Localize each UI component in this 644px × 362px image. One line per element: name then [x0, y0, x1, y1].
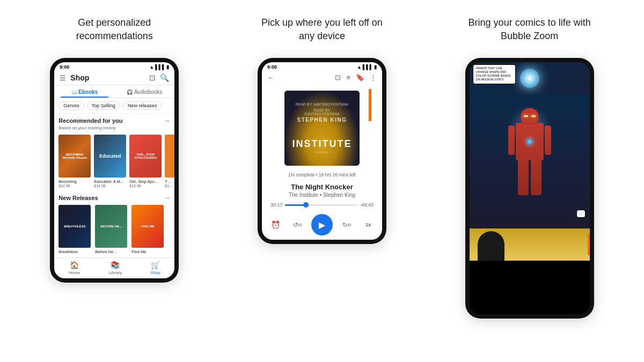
books-row-2: BREATHLESS Breathless BEFORE HE... Befor…: [54, 203, 174, 257]
cast-icon-2[interactable]: ⊡: [335, 73, 341, 82]
forward-30-button[interactable]: ↻30: [339, 217, 354, 232]
chip-genres[interactable]: Genres: [58, 101, 84, 110]
audiobook-cover: READ BY SANTINO FONTANA READ BYSANTINO F…: [284, 91, 360, 166]
section2-title: New Releases: [58, 195, 98, 201]
phone2-screen: 9:00 ▲ ▌▌▌ ▮ ← ⊡ ≡ 🔖 ⋮: [262, 62, 382, 240]
book-4[interactable]: T... $1...: [165, 135, 174, 188]
section1-subtitle: Based on your reading history: [54, 125, 174, 132]
book-breathless[interactable]: BREATHLESS Breathless: [58, 205, 92, 254]
panel1-title: Get personalized recommendations: [76, 16, 153, 45]
phone1-topbar: ☰ Shop ⊡ 🔍: [54, 71, 174, 85]
progress-bar[interactable]: [285, 204, 358, 206]
tab-audiobooks[interactable]: 🎧 Audiobooks: [114, 85, 174, 98]
sleep-timer-button[interactable]: ⏰: [268, 217, 283, 232]
book-name: The Night Knocker: [262, 181, 382, 192]
progress-thumb: [303, 202, 309, 208]
player-controls: ⏰ ↺30 ▶ ↻30 1x: [262, 210, 382, 240]
panel2-title-line1: Pick up where you left off on: [261, 17, 383, 28]
phone1-screen: 9:00 ▲ ▌▌▌ ▮ ☰ Shop ⊡ 🔍: [54, 62, 174, 278]
signal-icon-2: ▌▌▌: [363, 64, 373, 70]
topbar-action-icons: ⊡ 🔍: [149, 73, 169, 82]
book-becoming[interactable]: BECOMING Michelle Obama Becoming $14.99: [58, 135, 91, 188]
play-button[interactable]: ▶: [311, 214, 333, 235]
book-series: The Institute • Stephen King: [262, 192, 382, 202]
arc-reactor: [526, 138, 533, 145]
nav-home[interactable]: 🏠 Home: [69, 261, 80, 275]
bottom-nav-1: 🏠 Home 📚 Library 🛒 Shop: [54, 257, 174, 278]
chip-newreleases[interactable]: New releases: [123, 101, 162, 110]
audiobook-title: INSTITUTE: [292, 139, 352, 149]
time-remaining: -49:43: [360, 202, 374, 208]
iron-man-head: [521, 108, 539, 124]
book-girl[interactable]: GIRL, STOP APOLOGIZING Girl, Stop Apo...…: [129, 135, 162, 188]
progress-bar-container: 30:17 -49:43: [262, 202, 382, 210]
iron-man-right-eye: [531, 115, 536, 117]
panel1-title-line2: recommendations: [76, 31, 153, 41]
book-before[interactable]: BEFORE HE... Before He...: [95, 205, 128, 254]
section1-arrow[interactable]: →: [164, 117, 170, 124]
status-time-2: 9:00: [267, 64, 277, 70]
iron-man-section: ...: [470, 94, 590, 228]
search-icon[interactable]: 🔍: [160, 73, 169, 82]
iron-man-legs: [518, 160, 541, 195]
panel3-title: Bring your comics to life with Bubble Zo…: [469, 16, 591, 45]
audiobooks-icon: 🎧: [127, 90, 134, 95]
status-bar-1: 9:00 ▲ ▌▌▌ ▮: [54, 62, 174, 71]
audiobook-cover-text: READ BY SANTINO FONTANA READ BYSANTINO F…: [292, 102, 352, 154]
chip-topselling[interactable]: Top Selling: [87, 101, 120, 110]
phone2-icons: ⊡ ≡ 🔖 ⋮: [335, 73, 377, 82]
section1-title: Recommended for you: [58, 117, 122, 124]
status-bar-2: 9:00 ▲ ▌▌▌ ▮: [262, 62, 382, 71]
rewind-30-button[interactable]: ↺30: [290, 217, 305, 232]
status-time-1: 9:00: [60, 64, 69, 70]
orange-progress-tab: [588, 234, 590, 255]
book-educated[interactable]: Educated Educated: A M... $14.99: [94, 135, 126, 188]
wifi-icon-2: ▲: [357, 64, 362, 70]
menu-icon[interactable]: ☰: [60, 74, 66, 82]
back-icon[interactable]: ←: [267, 73, 274, 82]
battery-icon: ▮: [166, 64, 169, 70]
status-icons-1: ▲ ▌▌▌ ▮: [149, 64, 169, 70]
main-container: Get personalized recommendations 9:00 ▲ …: [0, 0, 644, 362]
progress-tab: [369, 89, 371, 121]
comic-top-panel: ARMOR THAT CAN CHANGE SHAPE AND COLOR SC…: [470, 62, 590, 94]
panel2-title-line2: any device: [299, 31, 345, 41]
nav-shop[interactable]: 🛒 Shop: [150, 261, 160, 275]
panel-anydevice: Pick up where you left off on any device…: [225, 16, 419, 244]
tab-audiobooks-label: Audiobooks: [134, 89, 162, 95]
more-icon[interactable]: ⋮: [370, 73, 377, 82]
cast-icon[interactable]: ⊡: [149, 73, 156, 82]
list-icon[interactable]: ≡: [346, 73, 350, 82]
nav-home-label: Home: [69, 270, 80, 275]
panel3-title-line1: Bring your comics to life with: [469, 17, 591, 28]
progress-info: 1% complete • 18 hrs 26 mins left: [262, 170, 382, 181]
bookmark-icon[interactable]: 🔖: [356, 73, 364, 82]
phone2-frame: 9:00 ▲ ▌▌▌ ▮ ← ⊡ ≡ 🔖 ⋮: [258, 58, 386, 244]
home-icon: 🏠: [70, 261, 79, 269]
section1-header: Recommended for you →: [54, 114, 174, 125]
speed-button[interactable]: 1x: [361, 217, 376, 232]
iron-man-right-arm: [545, 125, 551, 155]
audiobook-subtitle: READ BY SANTINO FONTANA: [292, 102, 352, 106]
tab-bar-1: 📖 Ebooks 🎧 Audiobooks: [54, 85, 174, 98]
audiobook-author: STEPHEN KING: [292, 117, 352, 123]
tab-ebooks[interactable]: 📖 Ebooks: [54, 85, 114, 98]
phone1-frame: 9:00 ▲ ▌▌▌ ▮ ☰ Shop ⊡ 🔍: [50, 58, 179, 283]
book-findme[interactable]: FIND ME Find Me: [131, 205, 165, 254]
phone2-topbar: ← ⊡ ≡ 🔖 ⋮: [262, 71, 382, 84]
portal-orb: [520, 69, 539, 88]
nav-library-label: Library: [108, 270, 121, 275]
nav-library[interactable]: 📚 Library: [108, 261, 121, 275]
panel1-title-line1: Get personalized: [78, 17, 151, 28]
topbar-title-1: Shop: [70, 73, 89, 82]
books-row-1: BECOMING Michelle Obama Becoming $14.99 …: [54, 132, 174, 191]
section2-arrow[interactable]: →: [164, 194, 170, 202]
person-silhouette: [478, 231, 504, 261]
progress-fill: [285, 204, 307, 206]
ebooks-icon: 📖: [71, 90, 79, 95]
panel3-title-line2: Bubble Zoom: [501, 31, 558, 41]
tab-ebooks-label: Ebooks: [78, 89, 98, 95]
phone3-frame: ARMOR THAT CAN CHANGE SHAPE AND COLOR SC…: [465, 58, 594, 319]
iron-man-figure: [509, 108, 550, 215]
speech-bubble-1: ARMOR THAT CAN CHANGE SHAPE AND COLOR SC…: [473, 64, 516, 84]
